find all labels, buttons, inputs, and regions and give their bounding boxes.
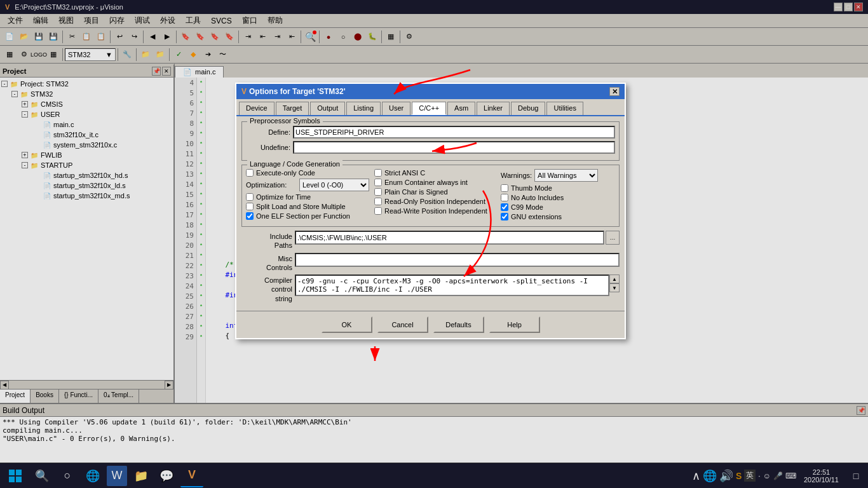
split-load-row: Split Load and Store Multiple: [246, 203, 369, 210]
options-dialog: V Options for Target 'STM32' ✕ Device Ta…: [235, 83, 626, 339]
opt-time-row: Optimize for Time: [246, 193, 369, 201]
compiler-string-input[interactable]: -c99 -gnu -c -cpu Cortex-M3 -g -O0 -apcs…: [295, 274, 609, 296]
dialog-icon: V: [241, 87, 247, 96]
plain-char-checkbox[interactable]: [374, 188, 382, 196]
dialog-tab-debug[interactable]: Debug: [511, 102, 545, 115]
dialog-footer: OK Cancel Defaults Help: [236, 311, 625, 338]
preprocessor-section-label: Preprocessor Symbols: [247, 117, 323, 125]
opt-time-checkbox[interactable]: [246, 193, 254, 201]
execute-only-checkbox[interactable]: [246, 169, 254, 177]
plain-char-label: Plain Char is Signed: [384, 188, 448, 196]
one-elf-row: One ELF Section per Function: [246, 212, 369, 220]
undefine-row: Undefine:: [246, 141, 615, 154]
thumb-mode-label: Thumb Mode: [511, 184, 552, 192]
optimization-label: Optimization:: [246, 181, 297, 189]
no-auto-row: No Auto Includes: [501, 194, 615, 201]
dialog-tab-utilities[interactable]: Utilities: [546, 102, 583, 115]
compiler-row: Compilercontrolstring -c99 -gnu -c -cpu …: [241, 274, 620, 303]
lang-left-col: Execute-only Code Optimization: Level 0 …: [246, 169, 369, 222]
ro-indep-label: Read-Only Position Independent: [384, 198, 485, 205]
strict-ansi-row: Strict ANSI C: [374, 169, 496, 177]
include-paths-row: IncludePaths …: [241, 231, 620, 250]
dialog-tab-cc[interactable]: C/C++: [412, 102, 446, 115]
rw-indep-checkbox[interactable]: [374, 207, 382, 215]
ro-indep-checkbox[interactable]: [374, 198, 382, 205]
execute-only-row: Execute-only Code: [246, 169, 369, 177]
c99-mode-row: C99 Mode: [501, 203, 615, 211]
opt-time-label: Optimize for Time: [256, 193, 311, 201]
dialog-tab-asm[interactable]: Asm: [447, 102, 475, 115]
dialog-tab-listing[interactable]: Listing: [346, 102, 381, 115]
thumb-mode-row: Thumb Mode: [501, 184, 615, 192]
dialog-title-text: Options for Target 'STM32': [249, 87, 346, 96]
dialog-title-bar: V Options for Target 'STM32' ✕: [236, 84, 625, 99]
two-col-layout: Execute-only Code Optimization: Level 0 …: [246, 169, 615, 222]
no-auto-label: No Auto Includes: [511, 194, 564, 201]
strict-ansi-label: Strict ANSI C: [384, 169, 425, 177]
one-elf-checkbox[interactable]: [246, 212, 254, 220]
no-auto-checkbox[interactable]: [501, 194, 508, 201]
scroll-down-btn[interactable]: ▼: [609, 283, 620, 292]
dialog-tab-linker[interactable]: Linker: [477, 102, 510, 115]
gnu-ext-checkbox[interactable]: [501, 213, 508, 220]
rw-indep-label: Read-Write Position Independent: [384, 207, 487, 215]
include-paths-label: IncludePaths: [241, 231, 292, 250]
c99-mode-checkbox[interactable]: [501, 203, 508, 211]
compiler-string-container: -c99 -gnu -c -cpu Cortex-M3 -g -O0 -apcs…: [295, 274, 609, 296]
lang-right-col: Strict ANSI C Enum Container always int …: [374, 169, 496, 222]
plain-char-row: Plain Char is Signed: [374, 188, 496, 196]
ro-indep-row: Read-Only Position Independent: [374, 198, 496, 205]
split-load-label: Split Load and Store Multiple: [256, 203, 346, 210]
misc-controls-label: MiscControls: [241, 253, 292, 273]
enum-int-checkbox[interactable]: [374, 179, 382, 186]
dialog-tab-user[interactable]: User: [382, 102, 410, 115]
include-paths-input[interactable]: [295, 231, 604, 245]
cancel-button[interactable]: Cancel: [377, 316, 428, 333]
dialog-tabs: Device Target Output Listing User C/C++ …: [236, 99, 625, 116]
gnu-ext-row: GNU extensions: [501, 213, 615, 220]
thumb-mode-checkbox[interactable]: [501, 184, 508, 192]
misc-controls-row: MiscControls: [241, 253, 620, 273]
compiler-scroll[interactable]: ▲ ▼: [609, 274, 620, 292]
language-section-label: Language / Code Generation: [247, 160, 342, 168]
dialog-tab-target[interactable]: Target: [276, 102, 309, 115]
one-elf-label: One ELF Section per Function: [256, 212, 350, 220]
dialog-title-left: V Options for Target 'STM32': [241, 87, 346, 96]
dialog-tab-device[interactable]: Device: [239, 102, 275, 115]
warnings-select[interactable]: All Warnings No Warnings: [534, 169, 598, 182]
defaults-button[interactable]: Defaults: [433, 316, 484, 333]
optimization-select[interactable]: Level 0 (-O0) Level 1 (-O1) Level 2 (-O2…: [299, 179, 369, 191]
ok-button[interactable]: OK: [322, 316, 372, 333]
include-browse-btn[interactable]: …: [606, 231, 620, 245]
define-input[interactable]: [293, 126, 615, 139]
language-section: Language / Code Generation Execute-only …: [241, 165, 620, 227]
warnings-label: Warnings:: [501, 172, 532, 179]
dialog-close-btn[interactable]: ✕: [609, 87, 620, 96]
define-row: Define:: [246, 126, 615, 139]
warnings-select-row: Warnings: All Warnings No Warnings: [501, 169, 615, 182]
lang-warnings-col: Warnings: All Warnings No Warnings Thumb…: [501, 169, 615, 222]
dialog-content: Preprocessor Symbols Define: Undefine: L…: [236, 116, 625, 311]
split-load-checkbox[interactable]: [246, 203, 254, 210]
undefine-label: Undefine:: [246, 144, 290, 151]
execute-only-label: Execute-only Code: [256, 169, 315, 177]
enum-int-label: Enum Container always int: [384, 179, 468, 186]
dialog-tab-output[interactable]: Output: [310, 102, 345, 115]
define-label: Define:: [246, 128, 290, 136]
optimization-row: Optimization: Level 0 (-O0) Level 1 (-O1…: [246, 179, 369, 191]
enum-int-row: Enum Container always int: [374, 179, 496, 186]
strict-ansi-checkbox[interactable]: [374, 169, 382, 177]
misc-controls-input[interactable]: [295, 253, 620, 267]
dialog-overlay: V Options for Target 'STM32' ✕ Device Ta…: [0, 0, 868, 488]
undefine-input[interactable]: [293, 141, 615, 154]
scroll-up-btn[interactable]: ▲: [609, 274, 620, 283]
gnu-ext-label: GNU extensions: [511, 213, 562, 220]
c99-mode-label: C99 Mode: [511, 203, 543, 211]
rw-indep-row: Read-Write Position Independent: [374, 207, 496, 215]
preprocessor-section: Preprocessor Symbols Define: Undefine:: [241, 121, 620, 161]
compiler-label: Compilercontrolstring: [241, 274, 292, 303]
help-button[interactable]: Help: [489, 316, 540, 333]
